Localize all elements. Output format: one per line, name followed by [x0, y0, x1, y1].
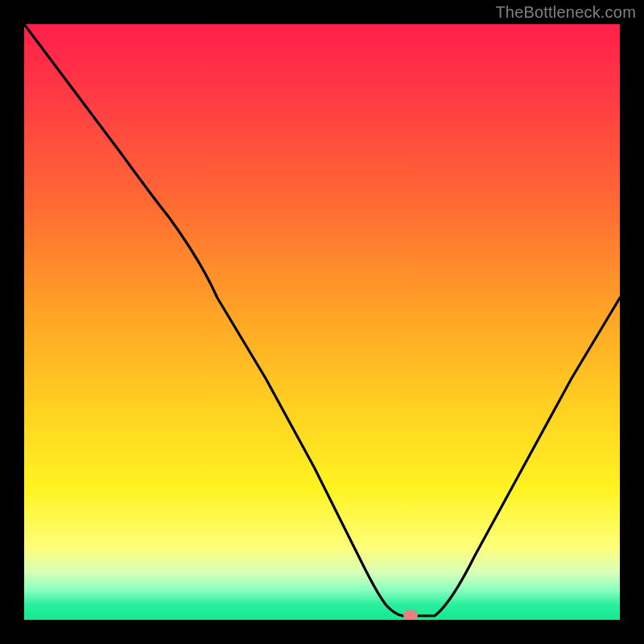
plot-area	[24, 24, 620, 620]
chart-frame: TheBottleneck.com	[0, 0, 644, 644]
bottleneck-curve	[24, 24, 620, 620]
optimal-marker	[403, 610, 418, 620]
watermark-text: TheBottleneck.com	[495, 3, 636, 22]
